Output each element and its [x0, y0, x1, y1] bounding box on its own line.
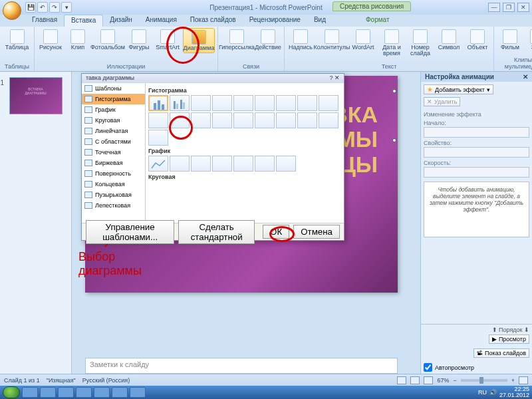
chart-subtype[interactable] — [233, 95, 253, 111]
chart-subtype[interactable] — [255, 95, 275, 111]
qat-dropdown-icon[interactable]: ▾ — [61, 2, 72, 13]
nav-doughnut[interactable]: Кольцевая — [82, 179, 145, 190]
taskbar-item[interactable] — [112, 387, 128, 398]
chart-subtype[interactable] — [233, 112, 253, 128]
set-default-button[interactable]: Сделать стандартной — [178, 220, 255, 244]
dialog-close-icon[interactable]: ✕ — [334, 74, 340, 81]
zoom-slider[interactable] — [461, 379, 507, 382]
taskbar-item[interactable] — [130, 387, 146, 398]
chart-subtype[interactable] — [148, 95, 168, 111]
speed-combo[interactable] — [424, 167, 529, 178]
tab-design[interactable]: Дизайн — [103, 15, 139, 27]
chart-subtype[interactable] — [276, 156, 296, 172]
chart-subtype[interactable] — [297, 95, 317, 111]
nav-templates[interactable]: Шаблоны — [82, 83, 145, 94]
chart-subtype[interactable] — [170, 95, 190, 111]
taskbar-item[interactable] — [94, 387, 110, 398]
notes-pane[interactable]: Заметки к слайду — [85, 358, 398, 374]
chart-button[interactable]: Диаграмма — [183, 28, 215, 53]
nav-column[interactable]: Гистограмма — [82, 94, 145, 104]
taskbar-item[interactable] — [22, 387, 38, 398]
slideshow-view-button[interactable] — [424, 376, 433, 384]
nav-scatter[interactable]: Точечная — [82, 147, 145, 158]
office-button[interactable] — [3, 1, 21, 20]
system-tray[interactable]: RU 🔊 22:25 27.01.2012 — [478, 386, 529, 398]
symbol-button[interactable]: Символ — [436, 28, 462, 52]
pane-close-icon[interactable]: ✕ — [523, 73, 528, 80]
taskbar-item[interactable] — [76, 387, 92, 398]
normal-view-button[interactable] — [397, 376, 406, 384]
chart-subtype[interactable] — [191, 112, 211, 128]
taskbar-item[interactable] — [40, 387, 56, 398]
smartart-button[interactable]: SmartArt — [154, 28, 181, 52]
tab-home[interactable]: Главная — [25, 15, 64, 27]
ok-button[interactable]: ОК — [263, 225, 289, 239]
cancel-button[interactable]: Отмена — [293, 225, 340, 239]
clip-button[interactable]: Клип — [66, 28, 90, 52]
manage-templates-button[interactable]: Управление шаблонами... — [86, 220, 174, 244]
taskbar-item[interactable] — [58, 387, 74, 398]
chart-subtype[interactable] — [255, 156, 275, 172]
nav-line[interactable]: График — [82, 104, 145, 115]
fit-window-button[interactable] — [519, 376, 528, 384]
tray-lang[interactable]: RU — [478, 389, 487, 396]
preview-button[interactable]: ▶ Просмотр — [489, 334, 529, 344]
shapes-button[interactable]: Фигуры — [126, 28, 152, 52]
textbox-button[interactable]: Надпись — [287, 28, 314, 52]
sound-button[interactable]: Звук — [525, 28, 532, 52]
tab-insert[interactable]: Вставка — [64, 15, 103, 27]
save-icon[interactable]: 💾 — [25, 2, 36, 13]
start-button[interactable] — [3, 386, 20, 398]
chart-subtype[interactable] — [170, 156, 190, 172]
slidenumber-button[interactable]: Номер слайда — [407, 28, 434, 58]
redo-icon[interactable]: ↷ — [49, 2, 60, 13]
chart-subtype[interactable] — [319, 112, 338, 128]
chart-subtype[interactable] — [191, 95, 211, 111]
object-button[interactable]: Объект — [464, 28, 491, 52]
tab-animation[interactable]: Анимация — [139, 15, 184, 27]
zoom-level[interactable]: 67% — [437, 377, 449, 384]
chart-subtype[interactable] — [233, 156, 253, 172]
minimize-button[interactable]: — — [488, 3, 500, 12]
nav-bubble[interactable]: Пузырьковая — [82, 190, 145, 200]
dialog-help-icon[interactable]: ? — [329, 74, 332, 81]
chart-subtype[interactable] — [148, 130, 168, 146]
movie-button[interactable]: Фильм — [497, 28, 523, 52]
hyperlink-button[interactable]: Гиперссылка — [221, 28, 253, 52]
picture-button[interactable]: Рисунок — [37, 28, 64, 52]
property-combo[interactable] — [424, 147, 529, 158]
autopreview-checkbox[interactable]: Автопросмотр — [424, 363, 529, 372]
sorter-view-button[interactable] — [410, 376, 420, 384]
status-language[interactable]: Русский (Россия) — [82, 377, 130, 384]
chart-subtype[interactable] — [212, 112, 232, 128]
nav-bar[interactable]: Линейчатая — [82, 126, 145, 136]
nav-stock[interactable]: Биржевая — [82, 158, 145, 168]
chart-subtype[interactable] — [276, 95, 296, 111]
chart-subtype[interactable] — [148, 112, 168, 128]
chart-subtype[interactable] — [212, 95, 232, 111]
headerfooter-button[interactable]: Колонтитулы — [316, 28, 348, 52]
chart-subtype[interactable] — [212, 156, 232, 172]
close-button[interactable]: ✕ — [517, 3, 529, 12]
chart-subtype[interactable] — [148, 156, 168, 172]
nav-pie[interactable]: Круговая — [82, 115, 145, 126]
slide-thumbnail-1[interactable]: 1 ВСТАВКАДИАГРАММЫ — [9, 77, 63, 114]
chart-subtype[interactable] — [255, 112, 275, 128]
add-effect-button[interactable]: ★Добавить эффект ▾ — [424, 84, 493, 94]
tab-review[interactable]: Рецензирование — [243, 15, 307, 27]
chart-subtype[interactable] — [191, 156, 211, 172]
chart-subtype[interactable] — [319, 95, 338, 111]
action-button[interactable]: Действие — [255, 28, 281, 52]
slideshow-button[interactable]: 📽 Показ слайдов — [473, 348, 529, 358]
chart-subtype[interactable] — [276, 112, 296, 128]
table-button[interactable]: Таблица — [3, 28, 31, 52]
restore-button[interactable]: ❐ — [503, 3, 515, 12]
wordart-button[interactable]: WordArt — [350, 28, 376, 52]
nav-surface[interactable]: Поверхность — [82, 168, 145, 179]
zoom-out-icon[interactable]: − — [453, 377, 456, 384]
zoom-in-icon[interactable]: + — [511, 377, 515, 384]
undo-icon[interactable]: ↶ — [37, 2, 48, 13]
chart-subtype[interactable] — [170, 112, 190, 128]
tab-slideshow[interactable]: Показ слайдов — [184, 15, 243, 27]
tab-format[interactable]: Формат — [359, 15, 396, 27]
